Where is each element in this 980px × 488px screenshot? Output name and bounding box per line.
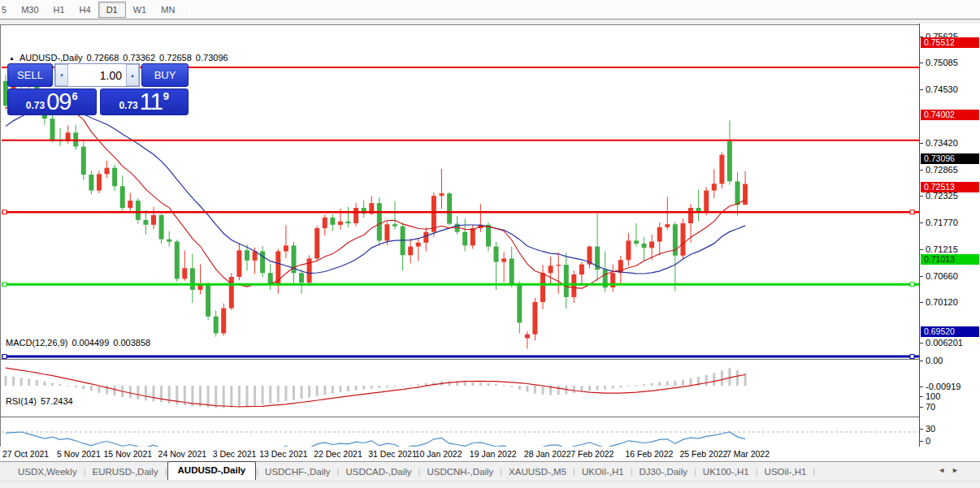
candle-body bbox=[330, 218, 335, 225]
volume-stepper: ▼ ▲ bbox=[54, 63, 140, 87]
volume-increase-button[interactable]: ▲ bbox=[126, 64, 139, 86]
macd-histogram-bar bbox=[588, 386, 591, 391]
line-drag-handle[interactable] bbox=[910, 355, 914, 359]
buy-price-display[interactable]: 0.73 11 9 bbox=[100, 89, 189, 115]
symbol-tab-uk100[interactable]: UK100-,H1 bbox=[696, 464, 756, 480]
price-axis-label: 0.70120 bbox=[926, 297, 958, 307]
symbol-tab-usdcnh[interactable]: USDCNH-,Daily bbox=[420, 464, 500, 480]
candle-body bbox=[735, 181, 740, 205]
macd-histogram-bar bbox=[542, 386, 544, 395]
candle-body bbox=[120, 186, 125, 208]
macd-histogram-bar bbox=[262, 386, 264, 404]
macd-histogram-bar bbox=[728, 368, 731, 386]
volume-input[interactable] bbox=[68, 64, 126, 86]
candle-body bbox=[175, 242, 180, 279]
macd-histogram-bar bbox=[596, 386, 599, 390]
timeframe-button-d1[interactable]: D1 bbox=[98, 2, 126, 18]
symbol-tab-usdchf[interactable]: USDCHF-,Daily bbox=[258, 464, 337, 480]
tab-scroll-right-icon[interactable]: ► bbox=[952, 466, 965, 474]
volume-decrease-button[interactable]: ▼ bbox=[55, 64, 68, 86]
candle-body bbox=[462, 232, 467, 246]
line-drag-handle[interactable] bbox=[910, 210, 914, 214]
rsi-axis-label: 30 bbox=[926, 424, 935, 434]
symbol-tab-dj30[interactable]: DJ30-,Daily bbox=[633, 464, 694, 480]
line-drag-handle[interactable] bbox=[2, 210, 7, 214]
symbol-tab-audusd[interactable]: AUDUSD-,Daily bbox=[167, 461, 257, 480]
mt4-terminal: 5M30H1H4D1W1MN ▲AUDUSD-,Daily0.726680.73… bbox=[0, 0, 980, 488]
symbol-tab-eurusd[interactable]: EURUSD-,Daily bbox=[86, 464, 165, 480]
symbol-tab-usdx[interactable]: USDX,Weekly bbox=[11, 464, 84, 480]
timeframe-button-5[interactable]: 5 bbox=[0, 2, 14, 17]
line-drag-handle[interactable] bbox=[910, 283, 914, 287]
line-drag-handle[interactable] bbox=[2, 283, 7, 287]
timeframe-button-mn[interactable]: MN bbox=[154, 2, 182, 17]
macd-name: MACD(12,26,9) bbox=[6, 338, 67, 348]
candle-body bbox=[564, 265, 569, 297]
timeframe-button-w1[interactable]: W1 bbox=[126, 2, 154, 17]
sell-button[interactable]: SELL bbox=[7, 63, 53, 87]
macd-histogram-bar bbox=[378, 386, 380, 388]
candle-body bbox=[299, 273, 304, 283]
candle-body bbox=[245, 250, 249, 261]
price-axis[interactable]: 0.756250.750850.745300.734200.728650.723… bbox=[919, 24, 980, 447]
price-axis-tick bbox=[920, 63, 923, 63]
chart-window[interactable]: ▲AUDUSD-,Daily0.726680.733620.726580.730… bbox=[0, 24, 980, 460]
candle-body bbox=[486, 225, 491, 247]
sell-price-display[interactable]: 0.73 09 6 bbox=[7, 89, 97, 115]
candle-body bbox=[392, 224, 397, 226]
candle-body bbox=[447, 193, 452, 223]
macd-histogram-bar bbox=[362, 386, 365, 390]
date-label: 7 Feb 2022 bbox=[570, 449, 614, 459]
symbol-tab-xauusd[interactable]: XAUUSD-,M5 bbox=[502, 464, 573, 480]
buy-button[interactable]: BUY bbox=[141, 63, 189, 87]
timeframe-button-h1[interactable]: H1 bbox=[46, 2, 72, 17]
candle-body bbox=[517, 285, 522, 322]
candle-body bbox=[221, 309, 226, 334]
candle-body bbox=[649, 242, 654, 248]
timeframe-button-m30[interactable]: M30 bbox=[14, 2, 46, 17]
macd-histogram-bar bbox=[230, 386, 232, 408]
sell-price-prefix: 0.73 bbox=[26, 100, 45, 111]
macd-histogram-bar bbox=[293, 386, 295, 400]
macd-histogram-bar bbox=[627, 386, 630, 387]
fast-ma-line bbox=[6, 99, 745, 288]
line-drag-handle[interactable] bbox=[2, 355, 7, 359]
macd-histogram-bar bbox=[526, 386, 528, 391]
price-axis-tick bbox=[920, 276, 923, 277]
macd-histogram-bar bbox=[5, 376, 7, 386]
symbol-tab-ukoil[interactable]: UKOil-,H1 bbox=[575, 464, 631, 480]
candle-body bbox=[423, 232, 428, 243]
date-axis[interactable]: 27 Oct 20215 Nov 202115 Nov 202124 Nov 2… bbox=[0, 447, 919, 460]
price-axis-tick bbox=[920, 302, 923, 303]
macd-histogram-bar bbox=[510, 386, 513, 387]
macd-histogram-bar bbox=[51, 383, 54, 387]
macd-histogram-bar bbox=[207, 386, 210, 408]
candle-body bbox=[97, 174, 102, 190]
macd-histogram-bar bbox=[682, 380, 684, 386]
macd-histogram-bar bbox=[713, 373, 715, 386]
macd-histogram-bar bbox=[67, 386, 69, 387]
macd-axis-tick bbox=[920, 387, 923, 387]
candle-body bbox=[81, 147, 86, 175]
symbol-tab-usoil[interactable]: USOil-,H1 bbox=[758, 464, 813, 480]
macd-histogram-bar bbox=[160, 386, 163, 402]
candle-body bbox=[128, 201, 132, 208]
rsi-axis-label: 70 bbox=[926, 402, 935, 412]
macd-histogram-bar bbox=[705, 375, 708, 386]
candle-body bbox=[510, 258, 514, 285]
macd-histogram-bar bbox=[471, 382, 474, 386]
tab-scroll-left-icon[interactable]: ◄ bbox=[938, 466, 952, 474]
macd-histogram-bar bbox=[612, 386, 614, 389]
symbol-tab-usdcad[interactable]: USDCAD-,Daily bbox=[339, 464, 418, 480]
candle-body bbox=[540, 273, 545, 302]
macd-value: 0.004499 bbox=[72, 338, 109, 348]
candle-body bbox=[525, 335, 530, 339]
timeframe-button-h4[interactable]: H4 bbox=[72, 2, 98, 17]
macd-histogram-bar bbox=[495, 384, 497, 386]
collapse-triangle-icon[interactable]: ▲ bbox=[9, 55, 15, 61]
candle-body bbox=[626, 240, 631, 260]
macd-signal-value: 0.003858 bbox=[113, 338, 150, 348]
price-axis-tick bbox=[920, 196, 923, 196]
level-price-badge: 0.75512 bbox=[921, 37, 979, 48]
buy-price-point: 9 bbox=[163, 90, 169, 102]
